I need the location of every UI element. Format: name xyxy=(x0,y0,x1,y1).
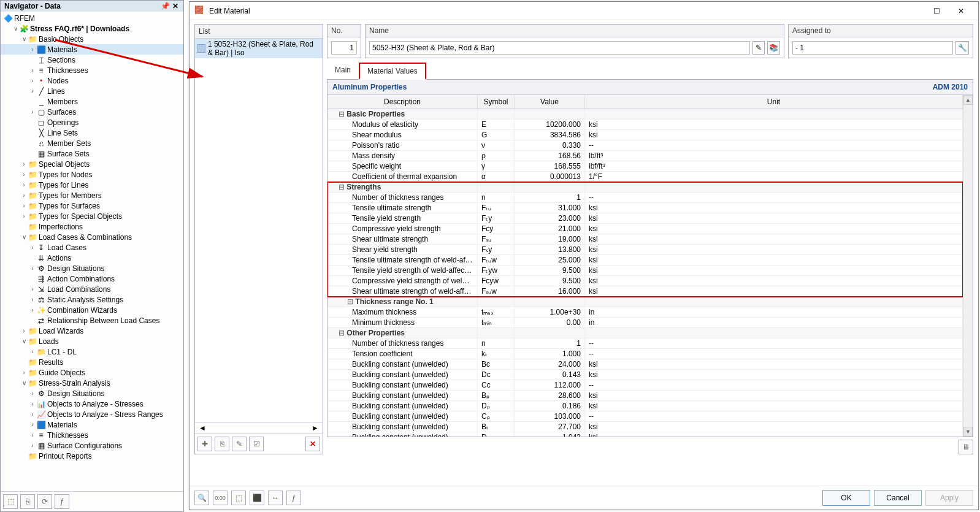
list-copy-button[interactable]: ⎘ xyxy=(215,437,229,451)
property-row[interactable]: Shear ultimate strength of weld-affected… xyxy=(327,286,963,297)
tree-line-sets[interactable]: ╳Line Sets xyxy=(1,128,183,138)
tree-surface-sets[interactable]: ▦Surface Sets xyxy=(1,148,183,159)
tree-surfaces[interactable]: ›▢Surfaces xyxy=(1,107,183,117)
grid-scrollbar[interactable]: ▲ ▼ xyxy=(963,95,973,437)
tree-action-combos[interactable]: ⇶Action Combinations xyxy=(1,273,183,284)
tree-actions[interactable]: ⇊Actions xyxy=(1,253,183,263)
tree-types-members[interactable]: ›📁Types for Members xyxy=(1,190,183,201)
tree-load-combos[interactable]: ›⇲Load Combinations xyxy=(1,284,183,294)
tree-types-nodes[interactable]: ›📁Types for Nodes xyxy=(1,169,183,180)
tree-ssa-obj-stress[interactable]: ›📊Objects to Analyze - Stresses xyxy=(1,399,183,409)
tab-main[interactable]: Main xyxy=(327,62,359,79)
tree-combo-wizards[interactable]: ›✨Combination Wizards xyxy=(1,305,183,315)
section-header[interactable]: Basic Properties xyxy=(327,109,963,120)
footer-units-icon[interactable]: 0.00 xyxy=(213,491,228,505)
nav-tool-1[interactable]: ⬚ xyxy=(3,494,18,509)
window-maximize-icon[interactable]: ☐ xyxy=(924,2,949,20)
properties-grid[interactable]: Description Symbol Value Unit Basic Prop… xyxy=(327,95,963,437)
assigned-input[interactable] xyxy=(792,41,953,55)
tree-sections[interactable]: ⌶Sections xyxy=(1,55,183,65)
tree-design-situations[interactable]: ›⚙Design Situations xyxy=(1,263,183,273)
section-header[interactable]: Strengths xyxy=(327,182,963,193)
tree-root[interactable]: 🔷RFEM xyxy=(1,13,183,23)
window-close-icon[interactable]: ✕ xyxy=(949,2,973,20)
ok-button[interactable]: OK xyxy=(822,490,870,506)
property-row[interactable]: Buckling constant (unwelded)Cc112.000-- xyxy=(327,380,963,391)
scroll-down-icon[interactable]: ▼ xyxy=(963,427,973,437)
footer-search-icon[interactable]: 🔍 xyxy=(194,491,209,505)
tree-loads[interactable]: ∨📁Loads xyxy=(1,336,183,346)
tree-lcc[interactable]: ∨📁Load Cases & Combinations xyxy=(1,232,183,242)
tree-special-objects[interactable]: ›📁Special Objects xyxy=(1,159,183,169)
list-tool3-button[interactable]: ✎ xyxy=(232,437,247,451)
scroll-up-icon[interactable]: ▲ xyxy=(963,95,973,105)
property-row[interactable]: Buckling constant (unwelded)Dc0.143ksi xyxy=(327,370,963,380)
property-row[interactable]: Buckling constant (unwelded)Cₚ103.000-- xyxy=(327,411,963,422)
property-row[interactable]: Compressive yield strength of weld-affec… xyxy=(327,276,963,286)
footer-tool3-icon[interactable]: ⬚ xyxy=(231,491,246,505)
assigned-pick-icon[interactable]: 🔧 xyxy=(955,41,969,55)
material-list[interactable]: 1 5052-H32 (Sheet & Plate, Rod & Bar) | … xyxy=(195,39,323,422)
tree-load-cases[interactable]: ›↧Load Cases xyxy=(1,242,183,253)
property-row[interactable]: Coefficient of thermal expansionα0.00001… xyxy=(327,172,963,182)
property-row[interactable]: Shear modulusG3834.586ksi xyxy=(327,130,963,140)
list-delete-button[interactable]: ✕ xyxy=(305,437,320,451)
property-row[interactable]: Tensile ultimate strength of weld-affect… xyxy=(327,255,963,266)
name-edit-icon[interactable]: ✎ xyxy=(752,41,765,55)
name-library-icon[interactable]: 📚 xyxy=(767,41,780,55)
tree-lines[interactable]: ›╱Lines xyxy=(1,86,183,96)
tree-ssa-surf-conf[interactable]: ›▦Surface Configurations xyxy=(1,440,183,451)
tree-rel-lc[interactable]: ⇄Relationship Between Load Cases xyxy=(1,315,183,326)
footer-tool4-icon[interactable]: ⬛ xyxy=(250,491,264,505)
tree-member-sets[interactable]: ⎌Member Sets xyxy=(1,138,183,148)
tree-materials[interactable]: ›🟦Materials xyxy=(1,44,183,55)
property-row[interactable]: Specific weightγ168.555lbf/ft³ xyxy=(327,161,963,172)
tab-material-values[interactable]: Material Values xyxy=(359,63,426,80)
property-row[interactable]: Number of thickness rangesn1-- xyxy=(327,338,963,349)
no-input[interactable] xyxy=(331,41,357,55)
tree-static-analysis[interactable]: ›⚖Static Analysis Settings xyxy=(1,294,183,305)
tree-ssa-design[interactable]: ›⚙Design Situations xyxy=(1,388,183,399)
section-header[interactable]: Thickness range No. 1 xyxy=(327,297,963,307)
footer-tool5-icon[interactable]: ↔ xyxy=(268,491,283,505)
property-row[interactable]: Compressive yield strengthFcy21.000ksi xyxy=(327,224,963,234)
property-row[interactable]: Buckling constant (unwelded)Dₜ1.043ksi xyxy=(327,432,963,437)
tree-ssa-materials[interactable]: ›🟦Materials xyxy=(1,419,183,430)
list-item[interactable]: 1 5052-H32 (Sheet & Plate, Rod & Bar) | … xyxy=(195,39,323,58)
tree-ssa-thick[interactable]: ›≡Thicknesses xyxy=(1,430,183,440)
tree-results[interactable]: 📁Results xyxy=(1,357,183,367)
footer-tool6-icon[interactable]: ƒ xyxy=(286,491,301,505)
tree-members[interactable]: ⎯Members xyxy=(1,96,183,107)
property-row[interactable]: Modulus of elasticityE10200.000ksi xyxy=(327,120,963,130)
tree-imperfections[interactable]: 📁Imperfections xyxy=(1,221,183,232)
property-row[interactable]: Tensile yield strength of weld-affected … xyxy=(327,266,963,276)
property-row[interactable]: Shear yield strengthFₛy13.800ksi xyxy=(327,245,963,255)
name-input[interactable] xyxy=(369,41,750,55)
nav-close-icon[interactable]: ✕ xyxy=(171,2,180,10)
list-new-button[interactable]: ✚ xyxy=(197,437,212,451)
nav-pin-icon[interactable]: 📌 xyxy=(161,2,169,10)
property-row[interactable]: Shear ultimate strengthFₛᵤ19.000ksi xyxy=(327,234,963,245)
nav-tool-3[interactable]: ⟳ xyxy=(37,494,52,509)
tree-ssa[interactable]: ∨📁Stress-Strain Analysis xyxy=(1,378,183,388)
property-row[interactable]: Buckling constant (unwelded)Bₚ28.600ksi xyxy=(327,391,963,401)
property-row[interactable]: Buckling constant (unwelded)Bc24.000ksi xyxy=(327,359,963,370)
tree-thicknesses[interactable]: ›≡Thicknesses xyxy=(1,65,183,75)
property-row[interactable]: Buckling constant (unwelded)Bₜ27.700ksi xyxy=(327,422,963,432)
navigator-tree[interactable]: 🔷RFEM ∨🧩Stress FAQ.rf6* | Downloads ∨📁Ba… xyxy=(1,12,183,491)
tree-nodes[interactable]: ›•Nodes xyxy=(1,75,183,86)
tree-basic-objects[interactable]: ∨📁Basic Objects xyxy=(1,34,183,44)
nav-tool-4[interactable]: ƒ xyxy=(55,494,69,509)
nav-tool-2[interactable]: ⎘ xyxy=(20,494,35,509)
tree-guide-objects[interactable]: ›📁Guide Objects xyxy=(1,367,183,378)
cancel-button[interactable]: Cancel xyxy=(874,490,922,506)
property-row[interactable]: Poisson's ratioν0.330-- xyxy=(327,140,963,151)
property-row[interactable]: Maximum thicknesstₘₐₓ1.00e+30in xyxy=(327,307,963,318)
property-row[interactable]: Tensile yield strengthFₜy23.000ksi xyxy=(327,213,963,224)
property-row[interactable]: Number of thickness rangesn1-- xyxy=(327,193,963,203)
property-row[interactable]: Buckling constant (unwelded)Dₚ0.186ksi xyxy=(327,401,963,411)
props-tool-button[interactable]: 🖥 xyxy=(959,440,973,454)
tree-load-wizards[interactable]: ›📁Load Wizards xyxy=(1,326,183,336)
tree-openings[interactable]: ◻Openings xyxy=(1,117,183,128)
tree-types-special[interactable]: ›📁Types for Special Objects xyxy=(1,211,183,221)
